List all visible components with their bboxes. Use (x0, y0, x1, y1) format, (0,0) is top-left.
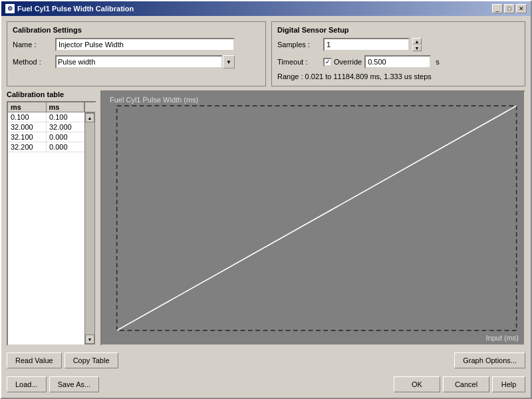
table-row[interactable]: 32.100 0.000 (8, 132, 84, 142)
graph-title: Fuel Cyl1 Pulse Width (ms) (110, 96, 198, 104)
col-header-ms2: ms (47, 102, 85, 112)
read-value-button[interactable]: Read Value (7, 352, 62, 368)
ok-button[interactable]: OK (394, 376, 440, 392)
cell-0-1: 0.100 (47, 112, 84, 122)
samples-row: Samples : ▲ ▼ (277, 38, 519, 51)
calibration-settings-label: Calibration Settings (13, 26, 260, 34)
scrollbar-track (85, 122, 94, 334)
override-label: ✓ Override (323, 58, 362, 66)
timeout-input[interactable] (364, 55, 431, 68)
name-label: Name : (13, 41, 53, 49)
minimize-button[interactable]: _ (492, 4, 503, 13)
range-row: Range : 0.021 to 11184.809 ms, 1.333 us … (277, 72, 519, 80)
window-icon: ⚙ (5, 4, 15, 13)
help-button[interactable]: Help (492, 376, 525, 392)
title-controls: _ □ ✕ (492, 4, 527, 13)
range-label: Range : (277, 72, 303, 80)
top-panels: Calibration Settings Name : Method : Pul… (7, 21, 525, 86)
scrollbar-down-button[interactable]: ▼ (85, 334, 94, 344)
graph-svg (102, 92, 524, 344)
samples-up-button[interactable]: ▲ (412, 38, 422, 45)
override-text: Override (334, 58, 362, 66)
window-content: Calibration Settings Name : Method : Pul… (1, 16, 531, 374)
calibration-table-section: Calibration table ms ms 0.100 0.100 (7, 90, 96, 346)
timeout-unit: s (436, 58, 440, 66)
range-value: 0.021 to 11184.809 ms, 1.333 us steps (305, 72, 432, 80)
col-header-ms1: ms (8, 102, 47, 112)
calibration-table[interactable]: ms ms 0.100 0.100 32.000 32.000 (7, 101, 96, 346)
footer-buttons: Load... Save As... OK Cancel Help (1, 374, 531, 398)
name-input[interactable] (55, 38, 235, 51)
table-row[interactable]: 32.000 32.000 (8, 122, 84, 132)
samples-label: Samples : (277, 41, 321, 49)
cancel-button[interactable]: Cancel (443, 376, 489, 392)
calibration-settings-panel: Calibration Settings Name : Method : Pul… (7, 21, 266, 86)
save-as-button[interactable]: Save As... (49, 376, 100, 392)
timeout-row: Timeout : ✓ Override s (277, 55, 519, 68)
graph-x-label: Input (ms) (485, 334, 519, 342)
method-dropdown-container: Pulse width ▼ (55, 55, 235, 68)
digital-sensor-label: Digital Sensor Setup (277, 26, 519, 34)
cell-3-0: 32.200 (8, 142, 47, 152)
samples-input[interactable] (323, 38, 410, 51)
cell-2-1: 0.000 (47, 132, 84, 142)
cell-1-0: 32.000 (8, 122, 47, 132)
samples-down-button[interactable]: ▼ (412, 45, 422, 51)
svg-line-1 (117, 106, 517, 331)
footer-left: Load... Save As... (7, 376, 99, 392)
close-button[interactable]: ✕ (516, 4, 527, 13)
table-row[interactable]: 32.200 0.000 (8, 142, 84, 152)
timeout-label: Timeout : (277, 58, 321, 66)
table-scrollbar[interactable]: ▲ ▼ (84, 112, 95, 344)
method-dropdown[interactable]: Pulse width (55, 55, 223, 68)
cell-3-1: 0.000 (47, 142, 84, 152)
digital-sensor-panel: Digital Sensor Setup Samples : ▲ ▼ Timeo… (271, 21, 525, 86)
footer-right: OK Cancel Help (394, 376, 525, 392)
scrollbar-up-button[interactable]: ▲ (85, 113, 94, 122)
graph-canvas: Input (ms) (102, 92, 524, 344)
title-bar-left: ⚙ Fuel Cyl1 Pulse Width Calibration (5, 4, 134, 13)
action-buttons: Read Value Copy Table Graph Options... (7, 350, 525, 368)
calibration-table-label: Calibration table (7, 90, 96, 98)
empty-rows (8, 152, 84, 285)
window-title: Fuel Cyl1 Pulse Width Calibration (17, 5, 134, 13)
cell-0-0: 0.100 (8, 112, 47, 122)
main-window: ⚙ Fuel Cyl1 Pulse Width Calibration _ □ … (0, 0, 532, 399)
graph-options-button[interactable]: Graph Options... (454, 352, 525, 368)
maximize-button[interactable]: □ (504, 4, 515, 13)
load-button[interactable]: Load... (7, 376, 47, 392)
table-row[interactable]: 0.100 0.100 (8, 112, 84, 122)
dropdown-arrow-icon[interactable]: ▼ (223, 55, 235, 68)
middle-section: Calibration table ms ms 0.100 0.100 (7, 90, 525, 346)
method-label: Method : (13, 58, 53, 66)
cell-2-0: 32.100 (8, 132, 47, 142)
cell-1-1: 32.000 (47, 122, 84, 132)
title-bar: ⚙ Fuel Cyl1 Pulse Width Calibration _ □ … (1, 1, 531, 16)
name-row: Name : (13, 38, 260, 51)
graph-section: Fuel Cyl1 Pulse Width (ms) Input (ms) (100, 90, 525, 346)
table-header: ms ms (8, 102, 95, 112)
samples-spinner: ▲ ▼ (412, 38, 422, 51)
table-body[interactable]: 0.100 0.100 32.000 32.000 32.100 0.000 (8, 112, 84, 344)
method-row: Method : Pulse width ▼ (13, 55, 260, 68)
left-buttons: Read Value Copy Table (7, 352, 118, 368)
override-checkbox[interactable]: ✓ (323, 58, 332, 66)
copy-table-button[interactable]: Copy Table (65, 352, 118, 368)
right-buttons: Graph Options... (454, 352, 525, 368)
